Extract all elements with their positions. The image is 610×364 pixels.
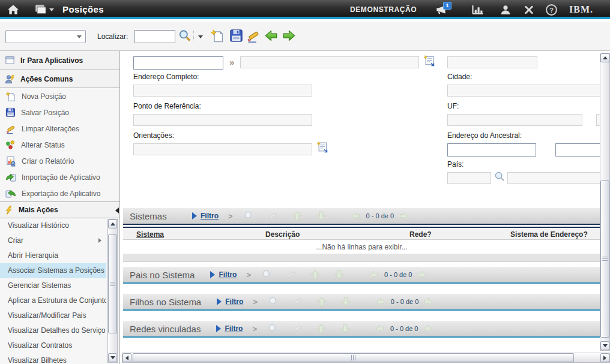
new-record-icon — [5, 91, 16, 102]
page-next-icon-disabled — [423, 324, 433, 333]
column-header-sistema[interactable]: Sistema — [136, 230, 164, 239]
scroll-left-button[interactable] — [122, 353, 131, 362]
move-down-icon-disabled — [334, 269, 345, 280]
more-action-item[interactable]: Visualizar Detalhes do Serviço — [0, 323, 106, 338]
filter-expand-icon[interactable] — [192, 212, 197, 219]
item-label: Abrir Hierarquia — [8, 251, 58, 260]
sidebar-go-to-applications[interactable]: Ir Para Aplicativos — [0, 51, 119, 70]
filter-expand-icon[interactable] — [210, 271, 215, 278]
item-label: Visualizar/Modificar Pais — [8, 311, 86, 320]
filter-link[interactable]: Filtro — [225, 324, 243, 333]
help-icon[interactable]: ? — [545, 4, 558, 16]
scroll-up-button[interactable] — [108, 219, 117, 228]
more-action-item[interactable]: Visualizar Contratos — [0, 338, 106, 353]
more-action-item-selected[interactable]: Associar Sistemas a Posições — [0, 263, 106, 278]
sidebar-scrollbar[interactable] — [107, 219, 118, 363]
search-icon[interactable] — [178, 29, 192, 43]
action-exportacao-aplicativo[interactable]: Exportação de Aplicativo — [0, 185, 119, 201]
more-action-item[interactable]: Abrir Hierarquia — [0, 248, 106, 263]
save-icon — [5, 107, 16, 118]
new-record-icon[interactable] — [210, 29, 223, 43]
ibm-logo: IBM. — [569, 4, 593, 15]
more-action-item[interactable]: Gerenciar Sistemas — [0, 278, 106, 293]
item-label: Criar — [8, 236, 23, 245]
content-horizontal-scrollbar[interactable] — [122, 353, 610, 363]
clear-changes-icon[interactable] — [246, 29, 259, 43]
home-icon[interactable] — [7, 4, 20, 16]
long-description-icon[interactable] — [423, 55, 436, 67]
scrollbar-thumb[interactable] — [600, 181, 609, 338]
orientacoes-label: Orientações: — [133, 131, 174, 140]
save-icon[interactable] — [229, 29, 243, 43]
next-record-icon[interactable] — [282, 29, 295, 44]
filter-link[interactable]: Filtro — [219, 270, 237, 279]
action-salvar-posicao[interactable]: Salvar Posição — [0, 104, 119, 121]
submenu-arrow-icon — [98, 238, 101, 243]
filter-expand-icon[interactable] — [217, 298, 222, 305]
scroll-down-button[interactable] — [600, 341, 609, 350]
page-previous-icon-disabled — [369, 270, 379, 279]
page-next-icon-disabled — [399, 211, 409, 221]
filter-link[interactable]: Filtro — [225, 297, 243, 306]
pais-field — [447, 172, 491, 184]
reports-chart-icon[interactable] — [471, 5, 485, 17]
announcements-icon[interactable]: 1 — [435, 4, 448, 16]
more-action-item[interactable]: Aplicar a Estrutura de Conjunto ... — [0, 293, 106, 308]
action-nova-posicao[interactable]: Nova Posição — [0, 88, 119, 104]
more-action-item[interactable]: Visualizar Bilhetes — [0, 353, 106, 364]
common-actions-icon — [4, 74, 16, 85]
action-label: Criar o Relatório — [22, 157, 74, 166]
move-down-icon-disabled — [316, 210, 327, 221]
more-action-item[interactable]: Visualizar/Modificar Pais — [0, 308, 106, 323]
field-readonly — [447, 56, 537, 68]
pais-search-icon[interactable] — [494, 171, 506, 182]
action-alterar-status[interactable]: Alterar Status — [0, 137, 119, 153]
action-importacao-aplicativo[interactable]: Importação de Aplicativo — [0, 169, 119, 185]
posicao-input[interactable] — [133, 56, 223, 70]
main-content: » Endereço Completo: Cidade: Ponto de Re… — [120, 51, 610, 364]
action-limpar-alteracoes[interactable]: Limpar Alterações — [0, 121, 119, 137]
close-icon[interactable] — [524, 5, 537, 17]
action-select-dropdown[interactable] — [5, 30, 86, 43]
action-criar-relatorio[interactable]: Criar o Relatório — [0, 153, 119, 169]
scroll-right-button[interactable] — [600, 353, 609, 362]
endereco-ancestral-input-2[interactable] — [555, 143, 603, 157]
long-description-icon[interactable] — [316, 141, 329, 154]
scroll-up-button[interactable] — [600, 53, 609, 62]
sidebar-collapse-icon[interactable] — [115, 207, 119, 213]
section-sistemas: Sistemas Filtro > 0 - 0 de 0 — [123, 208, 600, 225]
filter-expand-icon[interactable] — [216, 325, 221, 332]
chevron-right-icon[interactable]: > — [246, 270, 251, 279]
go-to-caret-icon[interactable] — [49, 8, 54, 11]
edit-icon-disabled — [286, 269, 297, 280]
ponto-referencia-field — [133, 114, 312, 126]
more-action-item[interactable]: Visualizar Histórico — [0, 218, 106, 233]
scroll-down-button[interactable] — [108, 353, 117, 362]
filter-link[interactable]: Filtro — [201, 212, 219, 220]
pager-count: 0 - 0 de 0 — [391, 298, 418, 305]
item-label: Visualizar Detalhes do Serviço — [8, 326, 106, 335]
profile-icon[interactable] — [500, 4, 513, 16]
more-action-item-criar[interactable]: Criar — [0, 233, 106, 248]
previous-record-icon[interactable] — [264, 29, 277, 44]
chevron-right-icon[interactable]: > — [253, 297, 258, 306]
more-actions-list: Visualizar Histórico Criar Abrir Hierarq… — [0, 218, 106, 364]
action-label: Exportação de Aplicativo — [22, 189, 100, 198]
chevron-right-icon[interactable]: > — [252, 324, 257, 333]
move-up-icon-disabled — [292, 210, 303, 221]
section-title: Pais no Sistema — [130, 270, 195, 280]
search-options-caret-icon[interactable] — [198, 35, 203, 38]
more-actions-title: Mais Ações — [19, 206, 58, 214]
localizar-input[interactable] — [134, 30, 175, 43]
scrollbar-thumb[interactable] — [133, 353, 574, 362]
scrollbar-thumb[interactable] — [108, 234, 117, 333]
action-label: Limpar Alterações — [22, 125, 79, 133]
toolbar-separator — [193, 31, 194, 41]
endereco-ancestral-input-1[interactable] — [447, 143, 536, 157]
chevron-right-icon[interactable]: > — [228, 212, 233, 221]
edit-icon-disabled — [292, 323, 303, 334]
content-vertical-scrollbar[interactable] — [600, 53, 610, 351]
move-down-icon-disabled — [340, 323, 351, 334]
sidebar-more-actions-header: Mais Ações — [0, 201, 119, 218]
go-to-menu-icon[interactable] — [34, 4, 47, 16]
